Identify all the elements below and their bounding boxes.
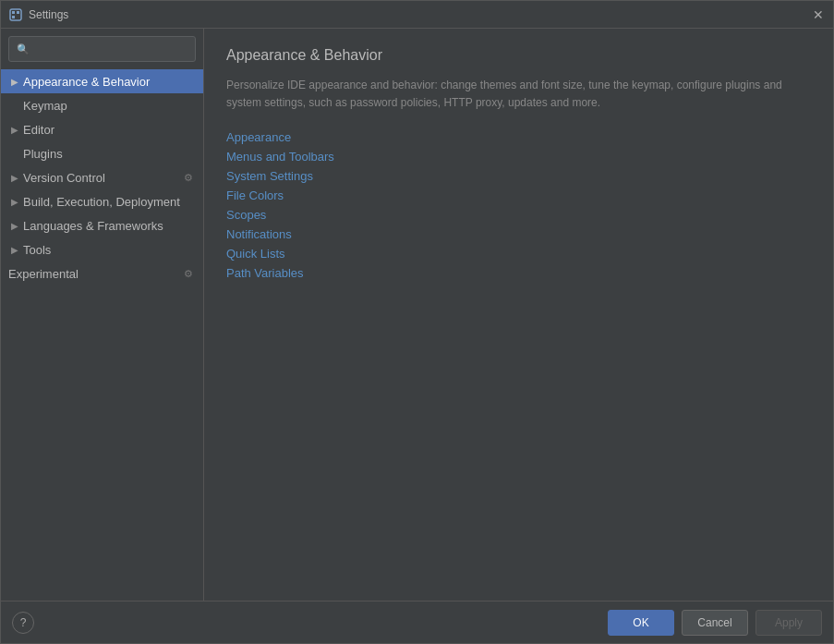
sidebar-item-build-execution[interactable]: ▶ Build, Execution, Deployment xyxy=(1,189,203,213)
link-scopes[interactable]: Scopes xyxy=(226,208,266,222)
content-area: Appearance & Behavior Personalize IDE ap… xyxy=(204,29,833,601)
sidebar-item-label: Editor xyxy=(23,123,196,137)
nav-tree: ▶ Appearance & Behavior Keymap ▶ Editor … xyxy=(1,69,203,601)
content-title: Appearance & Behavior xyxy=(226,47,811,64)
sidebar-item-languages-frameworks[interactable]: ▶ Languages & Frameworks xyxy=(1,213,203,237)
sidebar-item-label: Plugins xyxy=(23,147,196,161)
settings-window: Settings ✕ 🔍 ▶ Appearance & Behavior Key… xyxy=(0,0,834,644)
content-links: Appearance Menus and Toolbars System Set… xyxy=(226,130,811,280)
sidebar-item-version-control[interactable]: ▶ Version Control ⚙ xyxy=(1,165,203,189)
action-buttons: OK Cancel Apply xyxy=(608,610,822,636)
sidebar-item-label: Appearance & Behavior xyxy=(23,75,196,89)
link-system-settings[interactable]: System Settings xyxy=(226,169,313,183)
sidebar-item-keymap[interactable]: Keymap xyxy=(1,93,203,117)
sidebar-item-appearance-behavior[interactable]: ▶ Appearance & Behavior xyxy=(1,69,203,93)
expand-arrow-icon: ▶ xyxy=(8,195,21,208)
sidebar-item-experimental[interactable]: Experimental ⚙ xyxy=(1,261,203,286)
expand-arrow-icon: ▶ xyxy=(8,75,21,88)
sidebar: 🔍 ▶ Appearance & Behavior Keymap ▶ Edito… xyxy=(1,29,204,601)
svg-rect-2 xyxy=(17,11,19,14)
settings-gear-icon: ⚙ xyxy=(181,170,196,185)
main-layout: 🔍 ▶ Appearance & Behavior Keymap ▶ Edito… xyxy=(1,29,833,601)
sidebar-item-label: Build, Execution, Deployment xyxy=(23,195,196,209)
sidebar-item-label: Keymap xyxy=(23,99,196,113)
search-box[interactable]: 🔍 xyxy=(8,36,196,62)
expand-arrow-icon: ▶ xyxy=(8,219,21,232)
link-quick-lists[interactable]: Quick Lists xyxy=(226,247,285,261)
search-icon: 🔍 xyxy=(17,43,30,55)
link-file-colors[interactable]: File Colors xyxy=(226,188,284,202)
apply-button[interactable]: Apply xyxy=(755,610,822,636)
svg-rect-1 xyxy=(12,11,15,14)
expand-arrow-icon: ▶ xyxy=(8,171,21,184)
settings-gear-icon: ⚙ xyxy=(181,266,196,281)
sidebar-item-label: Experimental xyxy=(8,267,181,281)
svg-rect-3 xyxy=(12,16,15,18)
window-title: Settings xyxy=(29,8,811,21)
expand-arrow-icon: ▶ xyxy=(8,243,21,256)
sidebar-item-label: Version Control xyxy=(23,171,181,185)
content-description: Personalize IDE appearance and behavior:… xyxy=(226,77,811,112)
ok-button[interactable]: OK xyxy=(608,610,674,636)
svg-rect-0 xyxy=(10,9,21,20)
sidebar-item-label: Languages & Frameworks xyxy=(23,219,196,233)
cancel-button[interactable]: Cancel xyxy=(682,610,748,636)
sidebar-item-tools[interactable]: ▶ Tools xyxy=(1,237,203,261)
link-appearance[interactable]: Appearance xyxy=(226,130,291,144)
sidebar-item-editor[interactable]: ▶ Editor xyxy=(1,117,203,141)
help-button[interactable]: ? xyxy=(12,612,34,634)
title-bar: Settings ✕ xyxy=(1,1,833,29)
link-notifications[interactable]: Notifications xyxy=(226,227,292,241)
sidebar-item-label: Tools xyxy=(23,243,196,257)
search-input[interactable] xyxy=(34,43,187,55)
link-path-variables[interactable]: Path Variables xyxy=(226,266,304,280)
bottom-bar: ? OK Cancel Apply xyxy=(1,601,833,643)
sidebar-item-plugins[interactable]: Plugins xyxy=(1,141,203,165)
app-icon xyxy=(8,7,23,22)
close-button[interactable]: ✕ xyxy=(811,7,826,22)
expand-arrow-icon: ▶ xyxy=(8,123,21,136)
link-menus-toolbars[interactable]: Menus and Toolbars xyxy=(226,150,334,164)
